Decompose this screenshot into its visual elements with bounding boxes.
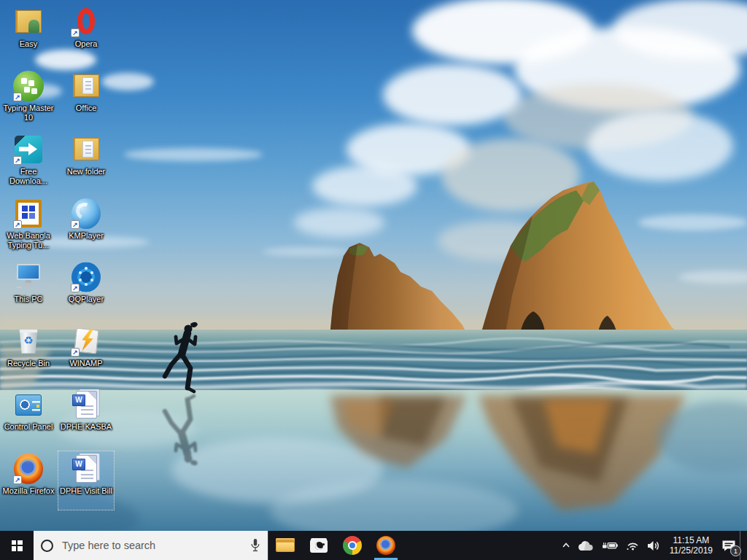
desktop-icon-easy[interactable]: Easy <box>1 4 56 63</box>
cortana-circle-icon <box>41 540 53 552</box>
show-desktop-button[interactable] <box>740 531 745 560</box>
taskbar-search-box[interactable]: Type here to search <box>34 531 268 560</box>
web-bangla-icon: ↗ <box>12 198 45 230</box>
search-placeholder-text: Type here to search <box>62 540 250 551</box>
clock-date: 11/25/2019 <box>670 545 713 556</box>
camera-icon <box>309 536 329 555</box>
folder-user-icon <box>12 6 45 38</box>
clock-time: 11:15 AM <box>673 535 710 545</box>
fdm-icon: ↗ <box>12 133 45 166</box>
desktop-icon-dphe-kasba[interactable]: DPHE KASBA <box>58 387 114 446</box>
desktop-icon-recycle-bin[interactable]: Recycle Bin <box>1 324 56 382</box>
desktop-icon-label: Recycle Bin <box>1 359 56 368</box>
word-doc-icon <box>69 453 103 485</box>
desktop-icon-label: Opera <box>58 39 114 49</box>
desktop-icon-dphe-visit-bill[interactable]: DPHE Visit Bill <box>58 451 114 510</box>
desktop-icon-label: Control Panel <box>1 422 56 432</box>
desktop-icon-label: Free Downloa... <box>1 167 56 186</box>
cloud-icon <box>578 540 595 551</box>
desktop-icon-label: Mozilla Firefox <box>1 486 56 496</box>
taskbar: Type here to search <box>0 531 747 560</box>
desktop-icon-this-pc[interactable]: This PC <box>1 260 56 318</box>
desktop-icon-web-bangla-typing-tu[interactable]: ↗Web Bangla Typing Tu... <box>1 196 56 254</box>
desktop-icon-mozilla-firefox[interactable]: ↗Mozilla Firefox <box>1 451 56 510</box>
chevron-up-icon <box>562 541 570 550</box>
control-panel-icon <box>12 389 45 421</box>
firefox-icon <box>376 536 396 555</box>
desktop-icon-office[interactable]: Office <box>58 69 114 127</box>
volume-tray-icon[interactable] <box>643 531 665 560</box>
desktop-icon-label: New folder <box>58 167 114 176</box>
desktop-icon-new-folder[interactable]: New folder <box>58 132 114 190</box>
winamp-icon: ↗ <box>69 325 103 357</box>
microphone-icon[interactable] <box>250 538 260 553</box>
desktop-icon-control-panel[interactable]: Control Panel <box>1 387 56 446</box>
taskbar-app-firefox[interactable] <box>369 531 403 560</box>
battery-tray-icon[interactable] <box>598 531 622 560</box>
desktop-icon-label: This PC <box>1 295 56 304</box>
word-doc-icon <box>69 389 103 421</box>
qqplayer-icon: ↗ <box>69 261 103 293</box>
show-hidden-icons-button[interactable] <box>558 531 574 560</box>
desktop-icon-label: Typing Master 10 <box>1 104 56 122</box>
wifi-icon <box>626 540 640 551</box>
desktop-icon-label: WINAMP <box>58 359 114 368</box>
desktop-icon-kmplayer[interactable]: ↗KMPlayer <box>58 196 114 254</box>
shortcut-arrow-icon: ↗ <box>71 28 80 37</box>
desktop-icon-label: Easy <box>1 39 56 49</box>
typing-master-icon: ↗ <box>12 70 45 102</box>
desktop-icon-label: Web Bangla Typing Tu... <box>1 231 56 250</box>
shortcut-arrow-icon: ↗ <box>71 284 80 292</box>
desktop-icon-grid: Easy↗Opera↗Typing Master 10Office↗Free D… <box>0 0 747 531</box>
notification-badge: 1 <box>730 545 741 556</box>
desktop-icon-label: DPHE KASBA <box>58 422 114 432</box>
desktop-icon-typing-master-10[interactable]: ↗Typing Master 10 <box>1 69 56 127</box>
desktop-icon-opera[interactable]: ↗Opera <box>58 4 114 63</box>
shortcut-arrow-icon: ↗ <box>13 220 22 229</box>
desktop-icon-qqplayer[interactable]: ↗QQPlayer <box>58 260 114 318</box>
network-tray-icon[interactable] <box>622 531 643 560</box>
shortcut-arrow-icon: ↗ <box>13 156 22 165</box>
desktop-icon-label: KMPlayer <box>58 231 114 241</box>
shortcut-arrow-icon: ↗ <box>13 93 22 101</box>
chrome-icon <box>342 536 363 555</box>
desktop-icon-label: Office <box>58 104 114 113</box>
taskbar-app-camera[interactable] <box>302 531 336 560</box>
battery-charging-icon <box>602 540 619 551</box>
desktop-icon-label: QQPlayer <box>58 295 114 304</box>
desktop-icon-free-downloa[interactable]: ↗Free Downloa... <box>1 132 56 190</box>
this-pc-icon <box>12 261 45 293</box>
action-center-button[interactable]: 1 <box>718 531 740 560</box>
windows-logo-icon <box>12 540 23 551</box>
folder-docs-icon <box>69 133 103 166</box>
shortcut-arrow-icon: ↗ <box>71 348 80 357</box>
folder-docs-icon <box>69 70 103 102</box>
desktop-icon-winamp[interactable]: ↗WINAMP <box>58 324 114 382</box>
shortcut-arrow-icon: ↗ <box>71 220 80 229</box>
taskbar-app-file-explorer[interactable] <box>268 531 302 560</box>
taskbar-clock[interactable]: 11:15 AM 11/25/2019 <box>665 531 718 560</box>
firefox-icon: ↗ <box>12 453 45 485</box>
shortcut-arrow-icon: ↗ <box>13 475 22 484</box>
kmplayer-icon: ↗ <box>69 198 103 230</box>
desktop-screen: Easy↗Opera↗Typing Master 10Office↗Free D… <box>0 0 747 560</box>
recycle-bin-icon <box>12 325 45 357</box>
opera-icon: ↗ <box>69 6 103 38</box>
start-button[interactable] <box>0 531 34 560</box>
speaker-icon <box>647 540 661 551</box>
system-tray: 11:15 AM 11/25/2019 1 <box>558 531 747 560</box>
desktop-icon-label: DPHE Visit Bill <box>58 486 114 496</box>
file-explorer-icon <box>275 536 295 555</box>
onedrive-tray-icon[interactable] <box>574 531 598 560</box>
taskbar-apps <box>268 531 403 560</box>
taskbar-app-chrome[interactable] <box>336 531 369 560</box>
